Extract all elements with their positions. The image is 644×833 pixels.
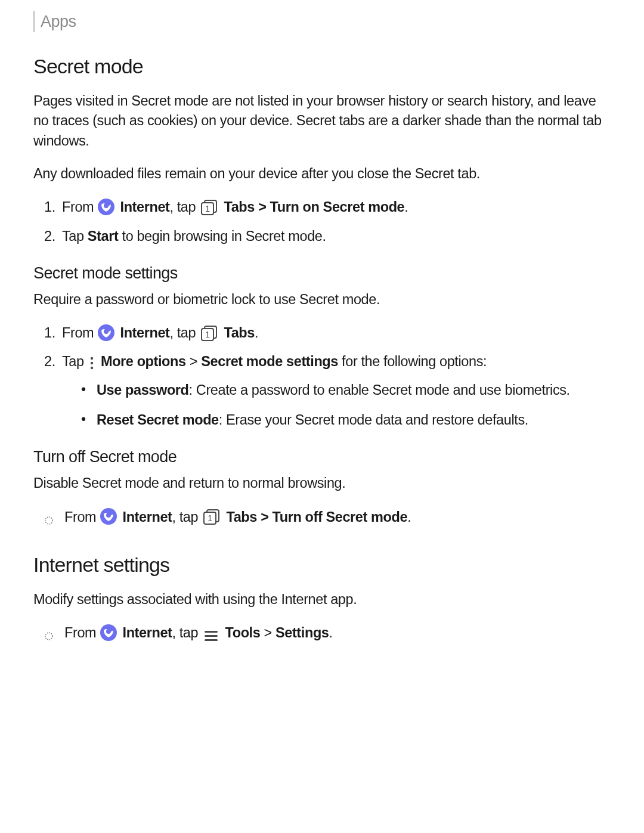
text: From bbox=[62, 199, 97, 215]
text-bold: Tabs bbox=[224, 199, 255, 215]
breadcrumb-label: Apps bbox=[41, 13, 76, 31]
list-secret-mode-steps: 1. From Internet, tap Tabs > Turn on Sec… bbox=[44, 197, 611, 246]
text: . bbox=[255, 325, 258, 340]
para-settings: Require a password or biometric lock to … bbox=[33, 290, 611, 309]
list-item: Reset Secret mode: Erase your Secret mod… bbox=[81, 410, 611, 430]
list-turn-off: From Internet, tap Tabs > Turn off Secre… bbox=[44, 507, 611, 527]
step-number: 1. bbox=[44, 197, 55, 217]
tools-icon bbox=[203, 627, 219, 639]
list-item: 1. From Internet, tap Tabs > Turn on Sec… bbox=[44, 197, 611, 217]
text: to begin browsing in Secret mode. bbox=[118, 228, 326, 244]
text: . bbox=[404, 199, 408, 215]
text: > bbox=[186, 354, 202, 369]
list-item: From Internet, tap Tabs > Turn off Secre… bbox=[44, 507, 611, 527]
text: for the following options: bbox=[338, 354, 487, 369]
text-bold: Internet bbox=[120, 199, 170, 215]
para-secret-mode-2: Any downloaded files remain on your devi… bbox=[33, 164, 611, 184]
text: , tap bbox=[169, 325, 199, 340]
list-item: 2. Tap More options > Secret mode settin… bbox=[44, 351, 611, 430]
heading-turn-off: Turn off Secret mode bbox=[33, 448, 611, 466]
para-secret-mode-1: Pages visited in Secret mode are not lis… bbox=[33, 91, 611, 151]
text-bold: Reset Secret mode bbox=[97, 412, 219, 428]
dotted-circle-icon bbox=[44, 510, 54, 531]
text: Tap bbox=[62, 228, 88, 244]
heading-internet-settings: Internet settings bbox=[33, 553, 611, 577]
text-bold: Tabs bbox=[226, 509, 257, 525]
sublist-options: Use password: Create a password to enabl… bbox=[81, 380, 611, 430]
text: : Erase your Secret mode data and restor… bbox=[219, 412, 528, 428]
dotted-circle-icon bbox=[44, 626, 54, 646]
text: . bbox=[329, 625, 333, 640]
list-item: Use password: Create a password to enabl… bbox=[81, 380, 611, 400]
text-bold: Tabs bbox=[224, 325, 255, 340]
list-settings-steps: 1. From Internet, tap Tabs. 2. Tap More … bbox=[44, 323, 611, 430]
text: > bbox=[260, 625, 275, 640]
tabs-icon bbox=[200, 325, 218, 340]
text-bold: Internet bbox=[120, 325, 170, 340]
list-internet-settings: From Internet, tap Tools > Settings. bbox=[44, 623, 611, 643]
text-bold: Tools bbox=[225, 625, 260, 640]
text: , tap bbox=[169, 199, 199, 215]
breadcrumb: Apps bbox=[33, 11, 611, 32]
text: : Create a password to enable Secret mod… bbox=[189, 382, 570, 398]
heading-secret-mode: Secret mode bbox=[33, 55, 611, 78]
step-number: 1. bbox=[44, 323, 55, 343]
para-internet-settings: Modify settings associated with using th… bbox=[33, 590, 611, 609]
internet-icon bbox=[98, 324, 114, 341]
text-bold: > Turn on Secret mode bbox=[255, 199, 404, 215]
text: From bbox=[62, 325, 97, 340]
text-bold: Settings bbox=[275, 625, 329, 640]
text: , tap bbox=[172, 509, 202, 525]
internet-icon bbox=[98, 199, 114, 215]
list-item: 2. Tap Start to begin browsing in Secret… bbox=[44, 226, 611, 246]
text-bold: Secret mode settings bbox=[201, 354, 338, 369]
more-options-icon bbox=[89, 355, 94, 368]
internet-icon bbox=[100, 624, 117, 641]
text-bold: > Turn off Secret mode bbox=[257, 509, 407, 525]
step-number: 2. bbox=[44, 226, 55, 246]
tabs-icon bbox=[203, 509, 221, 524]
para-turn-off: Disable Secret mode and return to normal… bbox=[33, 473, 611, 493]
text-bold: Start bbox=[88, 228, 119, 244]
text-bold: Use password bbox=[97, 382, 189, 398]
list-item: 1. From Internet, tap Tabs. bbox=[44, 323, 611, 343]
text-bold: More options bbox=[101, 354, 186, 369]
internet-icon bbox=[100, 508, 117, 525]
text-bold: Internet bbox=[123, 509, 172, 525]
step-number: 2. bbox=[44, 351, 55, 371]
text-bold: Internet bbox=[123, 625, 172, 640]
list-item: From Internet, tap Tools > Settings. bbox=[44, 623, 611, 643]
tabs-icon bbox=[200, 199, 218, 215]
text: . bbox=[407, 509, 411, 525]
breadcrumb-divider bbox=[33, 11, 35, 32]
text: , tap bbox=[172, 625, 202, 640]
text: From bbox=[64, 509, 100, 525]
text: Tap bbox=[62, 354, 88, 369]
heading-secret-mode-settings: Secret mode settings bbox=[33, 264, 611, 283]
text: From bbox=[64, 625, 100, 640]
